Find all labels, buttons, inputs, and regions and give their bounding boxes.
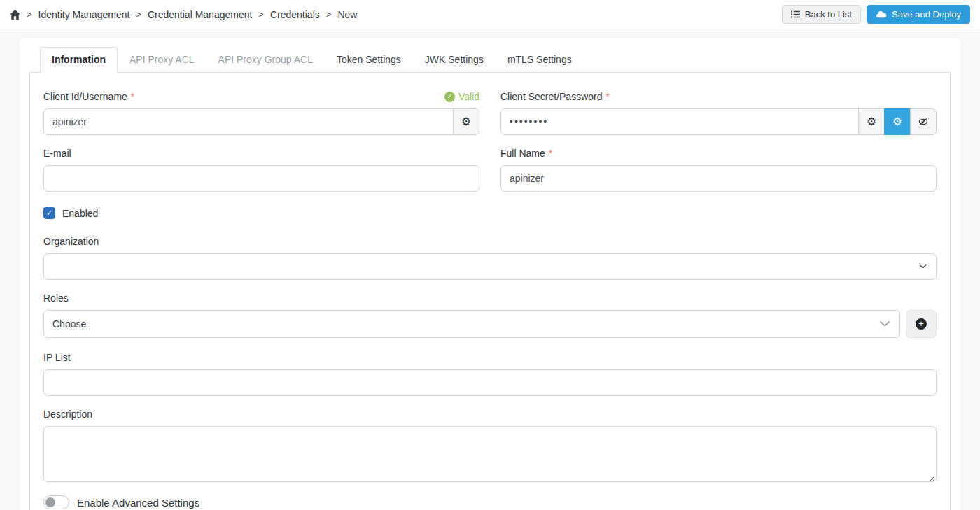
email-input[interactable] [43,165,479,192]
back-to-list-label: Back to List [805,9,852,20]
toggle-secret-visibility-button[interactable] [910,108,937,135]
organization-label: Organization [43,236,937,247]
required-mark: * [131,91,134,102]
enable-advanced-settings-toggle[interactable] [43,495,69,509]
plus-icon: + [916,318,927,330]
breadcrumb-separator: > [136,9,141,20]
check-circle-icon: ✓ [444,92,455,102]
home-icon[interactable] [10,10,20,20]
required-mark: * [606,91,610,102]
breadcrumb-separator: > [258,9,264,20]
eye-slash-icon [918,117,929,127]
content-card: Information API Proxy ACL API Proxy Grou… [20,38,960,510]
client-secret-label: Client Secret/Password* [500,91,610,102]
information-tab-panel: Client Id/Username* ✓ Valid ⚙ Client Sec… [29,72,951,510]
cloud-icon [876,10,887,18]
tab-bar: Information API Proxy ACL API Proxy Grou… [29,47,951,73]
roles-label: Roles [43,292,937,304]
roles-select-placeholder: Choose [52,318,86,330]
chevron-down-icon [879,320,890,327]
client-id-valid-status: ✓ Valid [444,91,479,102]
gear-icon: ⚙ [867,116,876,127]
tab-information[interactable]: Information [40,47,118,73]
client-secret-input[interactable] [500,108,859,135]
ip-list-input[interactable] [43,369,937,396]
chevron-down-icon [919,264,927,269]
toggle-knob [46,497,55,507]
add-role-button[interactable]: + [906,310,937,338]
breadcrumb-item-new: New [337,9,357,20]
breadcrumb-item-identity-management[interactable]: Identity Management [38,9,130,20]
client-id-input[interactable] [43,108,454,135]
save-and-deploy-button[interactable]: Save and Deploy [867,5,970,24]
breadcrumb: > Identity Management > Credential Manag… [10,9,357,20]
breadcrumb-separator: > [27,9,32,20]
breadcrumb-item-credential-management[interactable]: Credential Management [148,9,252,20]
gear-icon: ⚙ [461,116,471,127]
save-and-deploy-label: Save and Deploy [892,9,961,20]
tab-api-proxy-acl[interactable]: API Proxy ACL [118,47,206,73]
tab-token-settings[interactable]: Token Settings [325,47,413,73]
enabled-checkbox[interactable]: ✓ [43,207,55,219]
generate-secret-active-button[interactable]: ⚙ [884,108,911,135]
enabled-label: Enabled [62,208,98,219]
required-mark: * [549,148,552,159]
topbar-actions: Back to List Save and Deploy [782,5,970,24]
tab-jwk-settings[interactable]: JWK Settings [413,47,496,73]
back-to-list-button[interactable]: Back to List [782,5,861,24]
full-name-label: Full Name* [500,148,937,159]
ip-list-label: IP List [43,352,937,363]
description-label: Description [43,409,937,420]
email-label: E-mail [43,148,479,159]
valid-status-label: Valid [458,91,479,102]
list-icon [791,10,800,18]
tab-api-proxy-group-acl[interactable]: API Proxy Group ACL [206,47,325,73]
breadcrumb-separator: > [326,9,332,20]
roles-select[interactable]: Choose [43,310,900,338]
gear-icon: ⚙ [892,116,902,127]
topbar: > Identity Management > Credential Manag… [0,0,980,29]
enable-advanced-settings-label: Enable Advanced Settings [77,497,200,509]
tab-mtls-settings[interactable]: mTLS Settings [496,47,584,73]
organization-select[interactable] [43,253,937,280]
breadcrumb-item-credentials[interactable]: Credentials [270,9,320,20]
generate-client-id-button[interactable]: ⚙ [453,108,479,135]
description-textarea[interactable] [43,426,937,482]
full-name-input[interactable] [500,165,937,192]
client-id-label: Client Id/Username* [43,91,134,102]
generate-secret-button[interactable]: ⚙ [858,108,885,135]
